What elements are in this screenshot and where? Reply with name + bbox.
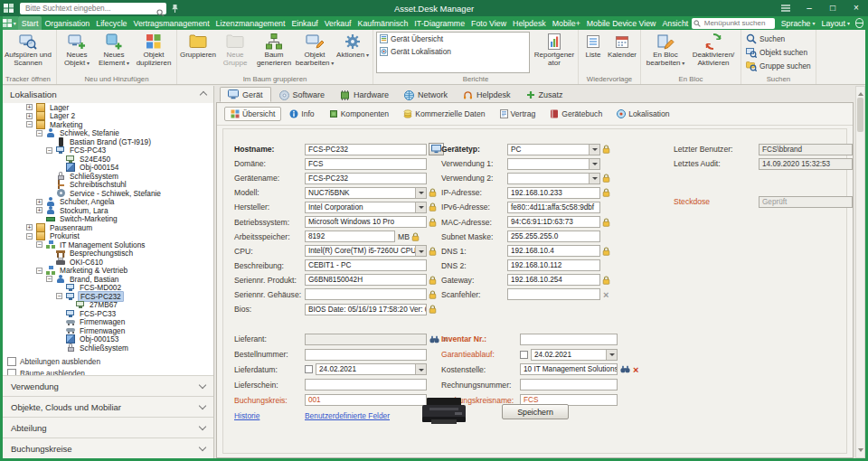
close-button[interactable]: × <box>844 0 868 16</box>
tree-item-bastian-brand-gt-i919[interactable]: Bastian Brand (GT-I919) <box>3 137 213 146</box>
tree-item-switch-marketing[interactable]: Switch-Marketing <box>3 215 213 224</box>
tab-hardware[interactable]: Hardware <box>333 87 396 103</box>
tree-item-it-management-solutions[interactable]: −IT Management Solutions <box>3 240 213 249</box>
sidebar-header[interactable]: Lokalisation <box>3 86 213 104</box>
subtab-vertrag[interactable]: Vertrag <box>494 107 542 121</box>
field-verwendung-2[interactable] <box>507 173 600 184</box>
save-button[interactable]: Speichern <box>502 404 569 419</box>
scroll-down-icon[interactable] <box>858 448 863 455</box>
tab-helpdesk[interactable]: Helpdesk <box>456 87 518 103</box>
ribbon-tab-vertragsmanagement[interactable]: Vertragsmanagement <box>130 16 212 30</box>
scrollbar-thumb[interactable] <box>857 98 863 132</box>
tree-item-schreibtischstuhl[interactable]: Schreibtischstuhl <box>3 181 213 190</box>
app-menu-button[interactable]: ▾ <box>0 16 18 30</box>
tree-item-lager[interactable]: +Lager <box>3 103 213 112</box>
field-lieferant[interactable] <box>305 334 427 345</box>
tree-item-firmenwagen[interactable]: Firmenwagen <box>3 318 213 327</box>
tree-expander[interactable]: − <box>26 233 33 240</box>
tree-item-lager-2[interactable]: +Lager 2 <box>3 112 213 121</box>
binoculars-icon[interactable] <box>429 335 439 343</box>
kalender-button[interactable]: Kalender <box>606 31 638 73</box>
reports-listbox[interactable]: Gerät ÜbersichtGerät Lokalisation <box>376 32 530 73</box>
dropdown-icon[interactable] <box>589 174 599 183</box>
tree-item-fcs-pc33[interactable]: FCS-PC33 <box>3 309 213 318</box>
field-garantieablauf[interactable]: 24.02.2021 <box>531 349 618 361</box>
field-inventar-nr[interactable] <box>520 334 618 345</box>
ribbon-tab-foto-view[interactable]: Foto View <box>468 16 510 30</box>
dropdown-icon[interactable] <box>415 202 426 212</box>
report-list-item-geraet-uebersicht[interactable]: Gerät Übersicht <box>377 33 529 45</box>
field-letzter-benutzer[interactable]: FCS\bbrand <box>759 144 853 155</box>
tree-item-fcs-pc232[interactable]: −FCS-PC232 <box>3 292 213 301</box>
tree-item-obj-000153[interactable]: Obj-000153 <box>3 335 213 344</box>
field-betriebssystem[interactable]: Microsoft Windows 10 Pro <box>305 216 427 228</box>
binoculars-icon[interactable] <box>620 365 630 373</box>
field-hostname[interactable]: FCS-PC232 <box>305 144 427 155</box>
field-rechnungsnummer[interactable] <box>520 379 618 390</box>
tab-network[interactable]: Network <box>397 87 455 103</box>
ribbon-tab-helpdesk[interactable]: Helpdesk <box>510 16 550 30</box>
field-lieferschein[interactable] <box>305 379 427 390</box>
clear-icon[interactable]: × <box>603 290 609 299</box>
subtab-lokalisation[interactable]: Lokalisation <box>610 107 675 121</box>
tree-item-oki-c610[interactable]: OKI-C610 <box>3 258 213 267</box>
field-hersteller[interactable]: Intel Corporation <box>305 202 427 213</box>
tree-expander[interactable]: + <box>26 104 33 110</box>
ribbon-tab-start[interactable]: Start <box>18 16 42 30</box>
tree-expander[interactable]: + <box>36 207 42 213</box>
history-link[interactable]: Historie <box>234 411 259 420</box>
maximize-button[interactable]: □ <box>821 0 844 16</box>
global-search-input[interactable] <box>24 3 154 14</box>
ribbon-tab-organisation[interactable]: Organisation <box>42 16 93 30</box>
sidebar-panel-objekte-clouds-und-mobiliar[interactable]: Objekte, Clouds und Mobiliar <box>3 396 213 417</box>
tree-item-stockum-lara[interactable]: +Stockum, Lara <box>3 206 213 215</box>
layout-menu[interactable]: Layout▾ <box>822 19 850 28</box>
field-seriennr-produkt[interactable]: G6BN8150042H <box>305 274 427 286</box>
neues-objekt-button[interactable]: Neues Objekt ▾ <box>59 31 95 73</box>
ribbon-tab-verkauf[interactable]: Verkauf <box>321 16 354 30</box>
dropdown-icon[interactable] <box>415 188 426 198</box>
field-gateway[interactable]: 192.168.10.254 <box>507 274 600 286</box>
sidebar-panel-verwendung[interactable]: Verwendung <box>3 375 213 396</box>
dropdown-icon[interactable] <box>589 159 599 169</box>
custom-fields-link[interactable]: Benutzerdefinierte Felder <box>305 411 390 420</box>
subtab-komponenten[interactable]: Komponenten <box>323 107 396 121</box>
tree-item-schliesssystem[interactable]: Schließsystem <box>3 172 213 181</box>
tab-software[interactable]: Software <box>272 87 333 103</box>
tree-item-schliesssystem[interactable]: Schließsystem <box>3 343 213 353</box>
objekt-bearbeiten-button[interactable]: Objekt bearbeiten ▾ <box>295 31 335 73</box>
tree-item-fcs-pc43[interactable]: −FCS-PC43 <box>3 146 213 155</box>
gruppieren-button[interactable]: Gruppieren <box>179 31 217 73</box>
tree-item-schiwek-stefanie[interactable]: −Schiwek, Stefanie <box>3 129 213 138</box>
tree-item-27mb67[interactable]: 27MB67 <box>3 301 213 310</box>
field-arbeitsspeicher[interactable]: 8192 <box>305 230 395 242</box>
field-seriennr-gehaeuse[interactable] <box>305 288 427 300</box>
minimize-button[interactable]: – <box>797 0 821 16</box>
tree-item-besprechungstisch[interactable]: Besprechungstisch <box>3 249 213 259</box>
reportgenerator-button[interactable]: Reportgenerator <box>533 31 576 73</box>
tree-expander[interactable]: − <box>46 276 52 282</box>
globe-icon[interactable] <box>855 18 863 28</box>
tree-expander[interactable]: − <box>36 268 42 274</box>
tree-item-marketing[interactable]: −Marketing <box>3 120 213 129</box>
ribbon-tab-kaufmaennisch[interactable]: Kaufmännisch <box>354 16 411 30</box>
gruppe-suchen-button[interactable]: Gruppe suchen <box>743 60 814 72</box>
field-geraetetyp[interactable]: PC <box>507 144 600 155</box>
tree-item-pausenraum[interactable]: +Pausenraum <box>3 223 213 232</box>
ribbon-tab-mobile-device-view[interactable]: Mobile Device View <box>583 16 659 30</box>
field-ip-adresse[interactable]: 192.168.10.233 <box>507 187 600 199</box>
tree-expander[interactable]: − <box>46 147 52 154</box>
field-buchungskreis[interactable]: 001 <box>305 394 427 406</box>
subtab-uebersicht[interactable]: Übersicht <box>224 107 281 121</box>
field-lieferdatum[interactable]: 24.02.2021 <box>316 363 427 375</box>
ribbon-tab-mobile[interactable]: Mobile+ <box>549 16 583 30</box>
field-bios[interactable]: BIOS Date: 05/16/19 17:58:20 Ver: 0... <box>305 304 427 315</box>
tree-expander[interactable]: + <box>26 113 33 119</box>
tree-expander[interactable]: − <box>56 293 62 299</box>
ribbon-tab-lifecycle[interactable]: Lifecycle <box>93 16 130 30</box>
language-menu[interactable]: Sprache▾ <box>781 19 816 28</box>
abteilungen-ausblenden-option[interactable]: Abteilungen ausblenden <box>3 355 213 367</box>
dropdown-icon[interactable] <box>606 350 617 360</box>
tab-geraet[interactable]: Gerät <box>220 87 271 102</box>
dropdown-icon[interactable] <box>589 145 599 155</box>
